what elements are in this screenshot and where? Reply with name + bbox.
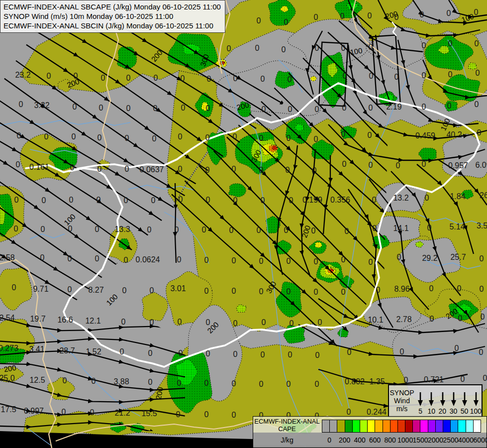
wind-speed-label: 100	[470, 407, 482, 415]
cape-tick-label: 1000	[397, 436, 413, 444]
cape-legend-source: ECMWF-INDEX-ANAL	[253, 418, 321, 425]
title-box: ECMWF-INDEX-ANAL SBCAPE (J/kg) Monday 06…	[0, 0, 225, 33]
cape-color-cell	[420, 420, 427, 433]
cape-color-cell	[375, 420, 382, 433]
cape-color-cell	[329, 420, 337, 433]
cape-tick-label: 400	[354, 436, 366, 444]
down-arrow-icon	[426, 391, 437, 408]
wind-speed-label: 5	[415, 407, 426, 415]
wind-speed-label: 50	[459, 407, 470, 415]
cape-color-cell	[360, 420, 367, 433]
cape-color-cell	[450, 420, 458, 433]
cape-color-cell	[435, 420, 443, 433]
wind-legend-unit: m/s	[396, 405, 408, 413]
cape-tick-label: 2000	[428, 436, 443, 444]
cape-color-cell	[322, 420, 329, 433]
wind-speed-label: 20	[437, 407, 448, 415]
cape-color-cell	[458, 420, 465, 433]
wind-speed-label: 10	[426, 407, 437, 415]
cape-color-cell	[473, 420, 481, 433]
cape-tick-label: 800	[384, 436, 395, 444]
wind-legend-labels: SYNOP Wind m/s	[389, 385, 415, 416]
wind-legend-source: SYNOP	[390, 389, 414, 397]
cape-color-cell	[337, 420, 344, 433]
wind-legend-param: Wind	[394, 397, 410, 405]
cape-color-cell	[352, 420, 360, 433]
title-line-sbcape: ECMWF-INDEX-ANAL SBCAPE (J/kg) Monday 06…	[3, 2, 221, 11]
cape-tick-label: 600	[369, 436, 381, 444]
weather-map-product: 23.23.320.1610.063713.32.580.06249.718.2…	[0, 0, 487, 448]
weather-map	[0, 0, 487, 448]
down-arrow-icon	[415, 391, 426, 408]
cape-colorbar	[322, 420, 481, 433]
cape-tick-label: 2500	[443, 436, 458, 444]
cape-color-cell	[383, 420, 390, 433]
cape-legend: ECMWF-INDEX-ANAL CAPE J/kg 0200400600800…	[253, 416, 487, 447]
wind-legend-scale: 510203050100	[415, 385, 482, 416]
title-line-wind: SYNOP Wind (m/s) 10m Monday 06-10-2025 1…	[3, 11, 221, 21]
cape-legend-param: CAPE	[253, 425, 321, 433]
wind-legend: SYNOP Wind m/s 510203050100	[388, 384, 483, 417]
cape-legend-unit: J/kg	[253, 436, 321, 444]
cape-tick-label: 0	[327, 436, 331, 444]
cape-legend-top: ECMWF-INDEX-ANAL CAPE	[253, 417, 487, 433]
wind-arrow-icons	[415, 391, 482, 408]
cape-tick-label: 1500	[413, 436, 428, 444]
cape-tick-label: 200	[339, 436, 350, 444]
cape-legend-ticks: J/kg 02004006008001000150020002500400060…	[253, 433, 487, 448]
cape-color-cell	[412, 420, 420, 433]
cape-color-cell	[428, 420, 435, 433]
down-arrow-icon	[459, 391, 470, 408]
cape-color-cell	[367, 420, 375, 433]
cape-color-cell	[443, 420, 450, 433]
down-arrow-icon	[437, 391, 448, 408]
down-arrow-icon	[448, 391, 459, 408]
cape-color-cell	[345, 420, 352, 433]
down-arrow-icon	[471, 391, 482, 408]
wind-speed-label: 30	[448, 407, 459, 415]
cape-color-cell	[466, 420, 473, 433]
cape-color-cell	[405, 420, 412, 433]
wind-speed-values: 510203050100	[415, 407, 482, 415]
title-line-sbcin: ECMWF-INDEX-ANAL SBCIN (J/kg) Monday 06-…	[3, 21, 221, 30]
cape-color-cell	[390, 420, 397, 433]
cape-tick-label: 6000	[473, 436, 487, 444]
cape-color-cell	[397, 420, 405, 433]
cape-tick-label: 4000	[458, 436, 474, 444]
